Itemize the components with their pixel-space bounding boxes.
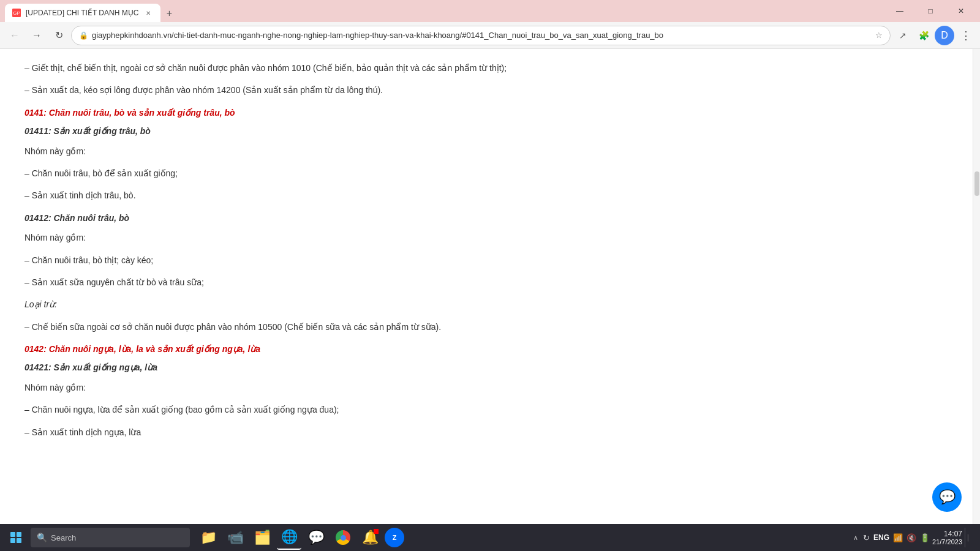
language-indicator[interactable]: ENG: [873, 533, 889, 542]
group-intro-01421: Nhóm này gồm:: [24, 381, 936, 394]
sub-heading-01421: 01421: Sản xuất giống ngựa, lừa: [24, 361, 936, 374]
file-manager-icon: 📁: [200, 530, 217, 545]
tray-expand-button[interactable]: ∧: [851, 531, 861, 544]
item-01412-1: – Chăn nuôi trâu, bò thịt; cày kéo;: [24, 253, 936, 267]
video-icon: 📹: [227, 530, 244, 545]
toolbar-actions: ↗ 🧩 D ⋮: [893, 26, 975, 45]
taskbar-search-text: Search: [51, 533, 76, 542]
item-01421-1: – Chăn nuôi ngựa, lừa để sản xuất giống …: [24, 403, 936, 416]
browser-window: GP [UPDATED] CHI TIẾT DANH MỤC ✕ + — □ ✕…: [0, 0, 980, 551]
scrollbar-thumb[interactable]: [974, 171, 979, 196]
taskbar: 🔍 Search 📁 📹 🗂️ 🌐 💬: [0, 524, 980, 551]
taskbar-app-edge[interactable]: 🌐: [277, 525, 301, 550]
system-tray: ↻ ENG 📶 🔇 🔋: [863, 533, 930, 542]
messenger-button[interactable]: 💬: [932, 482, 962, 512]
bookmark-star-icon[interactable]: ☆: [875, 31, 883, 40]
extensions-button[interactable]: 🧩: [914, 26, 933, 45]
group-intro-01412: Nhóm này gồm:: [24, 231, 936, 244]
battery-icon[interactable]: 🔋: [920, 533, 930, 542]
edge-icon: 🌐: [281, 529, 298, 545]
explorer-icon: 🗂️: [254, 530, 271, 545]
loaitru-text: – Chế biến sữa ngoài cơ sở chăn nuôi đượ…: [24, 320, 936, 334]
taskbar-app-chrome[interactable]: [331, 525, 355, 550]
notification-badge: [374, 529, 379, 534]
heading-0142: 0142: Chăn nuôi ngựa, lừa, la và sản xuấ…: [24, 342, 936, 356]
zalo-icon: Z: [393, 534, 397, 541]
loaitru-label: Loại trừ:: [24, 298, 936, 311]
page-content: – Giết thịt, chế biến thịt, ngoài cơ sở …: [0, 49, 980, 524]
taskbar-search-icon: 🔍: [37, 533, 47, 542]
item-01411-2: – Sản xuất tinh dịch trâu, bò.: [24, 189, 936, 202]
clock-date: 21/7/2023: [932, 538, 962, 545]
window-controls: — □ ✕: [886, 1, 975, 21]
address-bar[interactable]: 🔒 ☆: [71, 26, 891, 45]
tab-close-button[interactable]: ✕: [143, 8, 153, 18]
chrome-icon: [336, 530, 350, 545]
heading-0141: 0141: Chăn nuôi trâu, bò và sản xuất giố…: [24, 106, 936, 119]
taskbar-app-skype[interactable]: 💬: [304, 525, 328, 550]
wifi-icon[interactable]: 📶: [893, 533, 903, 542]
taskbar-right: ∧ ↻ ENG 📶 🔇 🔋 14:07 21/7/2023 ▏: [851, 528, 978, 547]
skype-icon: 💬: [308, 530, 325, 545]
maximize-button[interactable]: □: [916, 1, 944, 21]
profile-button[interactable]: D: [935, 26, 954, 45]
sub-heading-01411: 01411: Sản xuất giống trâu, bò: [24, 124, 936, 138]
taskbar-app-notification[interactable]: 🔔: [358, 525, 382, 550]
back-button[interactable]: ←: [5, 26, 24, 45]
show-desktop-button[interactable]: ▏: [965, 528, 973, 547]
taskbar-app-explorer[interactable]: 🗂️: [250, 525, 274, 550]
svg-text:GP: GP: [13, 10, 20, 16]
messenger-icon: 💬: [939, 489, 956, 505]
lock-icon: 🔒: [79, 31, 88, 40]
item-01421-2: – Sản xuất tinh dịch ngựa, lừa: [24, 425, 936, 439]
taskbar-app-zalo[interactable]: Z: [385, 528, 404, 547]
share-button[interactable]: ↗: [893, 26, 913, 45]
paragraph-2: – Sản xuất da, kéo sợi lông được phân và…: [24, 83, 936, 97]
forward-button[interactable]: →: [27, 26, 47, 45]
system-clock[interactable]: 14:07 21/7/2023: [932, 530, 962, 545]
paragraph-1: – Giết thịt, chế biến thịt, ngoài cơ sở …: [24, 61, 936, 75]
url-input[interactable]: [92, 31, 872, 40]
tab-favicon: GP: [12, 9, 21, 17]
taskbar-search-bar[interactable]: 🔍 Search: [31, 528, 190, 547]
tab-container: GP [UPDATED] CHI TIẾT DANH MỤC ✕ +: [5, 0, 881, 22]
speaker-icon[interactable]: 🔇: [907, 533, 916, 542]
title-bar: GP [UPDATED] CHI TIẾT DANH MỤC ✕ + — □ ✕: [0, 0, 980, 22]
new-tab-button[interactable]: +: [160, 5, 178, 22]
taskbar-app-video[interactable]: 📹: [223, 525, 247, 550]
taskbar-apps: 📁 📹 🗂️ 🌐 💬 🔔: [196, 525, 404, 550]
item-01411-1: – Chăn nuôi trâu, bò để sản xuất giống;: [24, 167, 936, 180]
content-area: – Giết thịt, chế biến thịt, ngoài cơ sở …: [0, 49, 973, 524]
refresh-button[interactable]: ↻: [49, 26, 69, 45]
active-tab[interactable]: GP [UPDATED] CHI TIẾT DANH MỤC ✕: [5, 4, 160, 22]
tab-title: [UPDATED] CHI TIẾT DANH MỤC: [26, 9, 138, 17]
sync-icon[interactable]: ↻: [863, 533, 870, 542]
start-button[interactable]: [2, 525, 29, 550]
scrollbar[interactable]: [973, 49, 980, 524]
taskbar-app-file-manager[interactable]: 📁: [196, 525, 221, 550]
minimize-button[interactable]: —: [886, 1, 914, 21]
menu-button[interactable]: ⋮: [956, 26, 975, 45]
windows-logo: [10, 532, 21, 543]
sub-heading-01412: 01412: Chăn nuôi trâu, bò: [24, 211, 936, 225]
group-intro-01411: Nhóm này gồm:: [24, 144, 936, 158]
item-01412-2: – Sản xuất sữa nguyên chất từ bò và trâu…: [24, 276, 936, 289]
toolbar: ← → ↻ 🔒 ☆ ↗ 🧩 D ⋮: [0, 22, 980, 49]
close-button[interactable]: ✕: [947, 1, 975, 21]
clock-time: 14:07: [932, 530, 962, 538]
